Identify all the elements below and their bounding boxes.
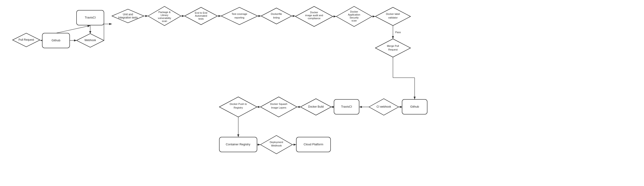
ci-webhook-label: CI webhook [376, 105, 391, 108]
docker-push-label1: Docker Push to [230, 102, 247, 105]
docker-label-val-label2: validator [388, 16, 398, 19]
dockerfile-lint-label2: linting [273, 16, 280, 19]
e2e-label3: tests [198, 17, 204, 20]
pkg-vuln-label3: vulnerability [158, 17, 171, 20]
docker-audit-label1: Docker [310, 11, 318, 14]
travisci2-label: TravisCI [341, 105, 352, 108]
deploy-webhook-label2: Webhook [271, 144, 282, 147]
docker-appsec-label3: Security [350, 16, 359, 19]
cloud-platform-label: Cloud Platform [304, 142, 323, 146]
unit-tests-label: Unit and [123, 13, 133, 16]
docker-appsec-label1: Docker [350, 10, 358, 13]
deploy-webhook-label1: Deployment [270, 141, 283, 144]
container-registry-label: Container Registry [226, 142, 250, 146]
merge-pr-label1: Merge Pull [387, 44, 399, 47]
github1-label: Github [52, 38, 60, 42]
test-coverage-label2: reporting [234, 16, 244, 19]
docker-build-label: Docker Build [308, 105, 324, 108]
docker-appsec-label4: scan [351, 19, 356, 22]
pkg-vuln-label1: Package & [158, 11, 171, 14]
unit-tests-label2: Integration tests [118, 16, 138, 19]
docker-push-label2: Registry [234, 106, 243, 109]
dockerfile-lint-label1: Dockerfile [271, 12, 282, 15]
docker-appsec-label2: Application [348, 13, 360, 16]
pipeline-diagram: Pull Request Github Webhook TravisCI Uni… [0, 0, 644, 186]
test-coverage-label1: Test coverage [232, 12, 247, 15]
e2e-label1: End to End [195, 12, 207, 14]
docker-audit-label3: compliance [308, 17, 320, 20]
webhook1-label: Webhook [84, 38, 96, 42]
docker-squash-label1: Docker Squash [270, 102, 287, 105]
github2-label: Github [410, 105, 419, 108]
docker-audit-label2: image audit and [305, 14, 323, 17]
docker-label-val-label1: Docker label [386, 12, 400, 15]
e2e-label2: Automated [195, 14, 207, 17]
pkg-vuln-label2: Library [160, 14, 168, 16]
arrow-github1-travisci1 [56, 26, 90, 33]
pass-label: Pass [395, 31, 401, 34]
pull-request-label: Pull Request [18, 38, 34, 41]
travisci1-label: TravisCI [85, 16, 96, 19]
pkg-vuln-label4: scan [162, 20, 167, 22]
merge-pr-label2: Request [388, 48, 398, 51]
docker-squash-label2: Image Layers [271, 106, 286, 109]
